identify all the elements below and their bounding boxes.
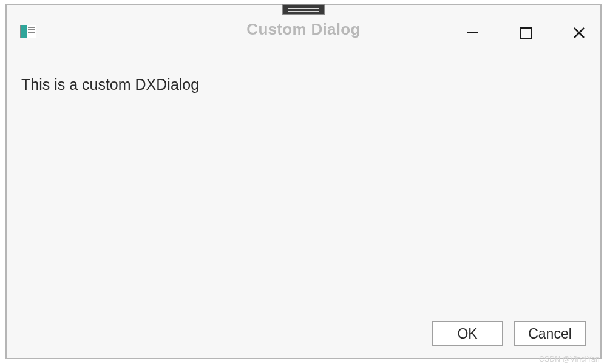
minimize-icon	[466, 27, 478, 39]
svg-rect-1	[521, 28, 531, 38]
app-icon-accent	[21, 25, 27, 38]
dialog-content: This is a custom DXDialog	[7, 39, 600, 93]
dialog-window: Custom Dialog This is a custom DXDialog	[5, 4, 602, 359]
titlebar: Custom Dialog	[7, 5, 600, 39]
dialog-footer: OK Cancel	[432, 321, 586, 346]
maximize-icon	[520, 27, 532, 39]
close-icon	[573, 27, 585, 39]
cancel-button[interactable]: Cancel	[514, 321, 586, 346]
ok-button[interactable]: OK	[432, 321, 503, 346]
watermark: CSDN @VinciYan	[539, 355, 600, 363]
app-icon-lines	[27, 25, 36, 38]
close-button[interactable]	[570, 24, 588, 42]
maximize-button[interactable]	[517, 24, 535, 42]
minimize-button[interactable]	[463, 24, 481, 42]
window-controls	[463, 24, 588, 42]
app-icon	[20, 25, 36, 38]
window-title: Custom Dialog	[246, 20, 360, 39]
dialog-message: This is a custom DXDialog	[21, 76, 586, 93]
